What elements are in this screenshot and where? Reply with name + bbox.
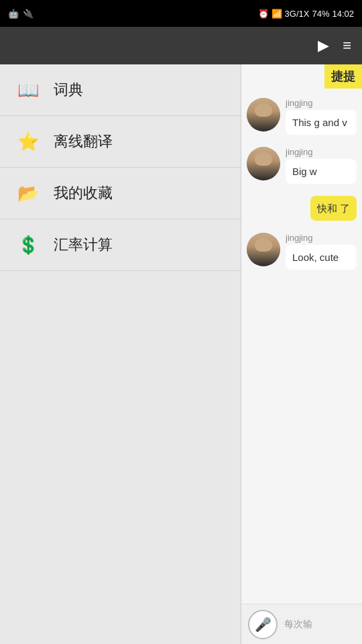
avatar-2 (247, 147, 280, 180)
usb-icon: 🔌 (23, 9, 34, 19)
time-display: 14:02 (332, 9, 354, 19)
main-layout: 📖 词典 ⭐ 离线翻译 📂 我的收藏 💲 汇率计算 捷提 jin (0, 64, 362, 644)
chat-messages: jingjing This g and v jingjing Big w 快和 … (241, 64, 362, 604)
wifi-icon: 📶 (272, 9, 282, 19)
message-bubble-1: This g and v (286, 110, 357, 135)
highlight-badge-top: 捷提 (324, 64, 362, 89)
message-content-1: jingjing This g and v (286, 98, 357, 135)
dictionary-label: 词典 (54, 80, 83, 100)
currency-icon: 💲 (16, 233, 40, 257)
message-sender-1: jingjing (286, 98, 357, 108)
mic-button[interactable]: 🎤 (248, 610, 278, 639)
favorites-label: 我的收藏 (54, 183, 113, 203)
sidebar-item-dictionary[interactable]: 📖 词典 (0, 64, 241, 116)
offline-translate-icon: ⭐ (16, 129, 40, 154)
chat-message-1: jingjing This g and v (247, 98, 357, 135)
forward-button[interactable]: ▶ (318, 37, 329, 54)
chat-panel: 捷提 jingjing This g and v jingjing (241, 64, 362, 644)
message-bubble-4: Look, cute (286, 245, 357, 270)
message-bubble-2: Big w (286, 159, 357, 184)
status-bar: 🤖 🔌 ⏰ 📶 3G/1X 74% 14:02 (0, 0, 362, 27)
alarm-icon: ⏰ (258, 9, 269, 19)
currency-label: 汇率计算 (54, 235, 113, 255)
message-content-2: jingjing Big w (286, 147, 357, 184)
sidebar-item-currency[interactable]: 💲 汇率计算 (0, 219, 241, 271)
chat-message-2: jingjing Big w (247, 147, 357, 184)
favorites-icon: 📂 (16, 181, 40, 205)
avatar-3 (247, 233, 280, 266)
avatar-1 (247, 98, 280, 131)
message-sender-4: jingjing (286, 233, 357, 243)
menu-button[interactable]: ≡ (343, 37, 351, 54)
message-sender-2: jingjing (286, 147, 357, 157)
message-content-4: jingjing Look, cute (286, 233, 357, 270)
battery-text: 74% (312, 9, 329, 19)
sidebar: 📖 词典 ⭐ 离线翻译 📂 我的收藏 💲 汇率计算 (0, 64, 241, 644)
dictionary-icon: 📖 (16, 78, 40, 102)
status-right-info: ⏰ 📶 3G/1X 74% 14:02 (258, 9, 354, 19)
chat-message-3: 快和 了 (247, 196, 357, 221)
android-icon: 🤖 (8, 9, 19, 19)
chat-message-4: jingjing Look, cute (247, 233, 357, 270)
input-hint[interactable]: 每次输 (284, 619, 355, 631)
sidebar-item-offline-translate[interactable]: ⭐ 离线翻译 (0, 116, 241, 168)
chat-input-bar: 🎤 每次输 (241, 604, 362, 644)
signal-text: 3G/1X (285, 9, 310, 19)
status-left-icons: 🤖 🔌 (8, 9, 34, 19)
offline-translate-label: 离线翻译 (54, 131, 113, 152)
sidebar-item-favorites[interactable]: 📂 我的收藏 (0, 168, 241, 219)
nav-bar: ▶ ≡ (0, 27, 362, 64)
message-content-3: 快和 了 (247, 196, 357, 221)
message-bubble-3: 快和 了 (310, 196, 357, 221)
